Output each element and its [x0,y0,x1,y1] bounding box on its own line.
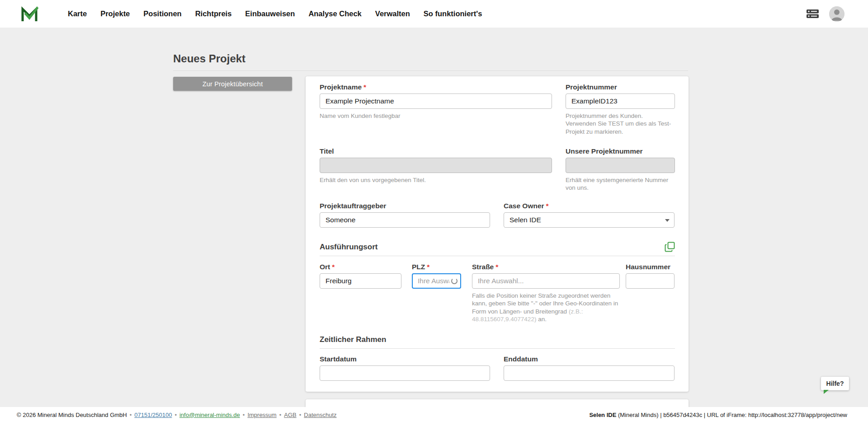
unsere-projektnummer-label: Unsere Projektnummer [566,147,675,155]
nav-item-so-funktionierts[interactable]: So funktioniert's [417,0,489,28]
field-plz: PLZ* [412,262,461,289]
startdatum-label: Startdatum [320,355,490,363]
required-asterisk: * [332,263,335,271]
label-text: Hausnummer [626,263,670,271]
nav-item-projekte[interactable]: Projekte [94,0,137,28]
footer-left: © 2026 Mineral Minds Deutschland GmbH • … [17,412,337,418]
ort-label: Ort* [320,262,401,271]
unsere-projektnummer-hint: Erhält eine systemgenerierte Nummer von … [566,176,675,192]
required-asterisk: * [427,263,429,271]
zeitlicher-rahmen-heading: Zeitlicher Rahmen [320,335,675,344]
footer-session-info: Selen IDE (Mineral Minds) | b56457d4243c… [589,412,847,418]
copy-icon[interactable] [665,242,675,252]
required-asterisk: * [363,83,366,91]
label-text: Enddatum [504,355,538,363]
new-project-form-card: Projektname* Name vom Kunden festlegbar … [306,76,689,392]
label-text: Projektauftraggeber [320,202,386,210]
field-titel: Titel Erhält den von uns vorgegebenen Ti… [320,147,552,184]
projektname-label: Projektname* [320,83,552,91]
hausnummer-input[interactable] [626,273,675,289]
main-content: Neues Projekt Zur Projektübersicht Proje… [0,28,868,407]
impressum-link[interactable]: Impressum [247,412,276,418]
plz-label: PLZ* [412,262,461,271]
nav-item-analyse-check[interactable]: Analyse Check [302,0,368,28]
projektnummer-input[interactable] [566,94,675,109]
email-link[interactable]: info@mineral-minds.de [179,412,240,418]
field-projektname: Projektname* Name vom Kunden festlegbar [320,83,552,120]
footer-session-details: (Mineral Minds) | b56457d4243c | URL of … [616,412,847,418]
help-button-wrap: Hilfe? [821,377,849,390]
field-projektauftraggeber: Projektauftraggeber [320,201,490,228]
help-button[interactable]: Hilfe? [821,377,849,390]
navbar-right-actions [806,6,844,22]
field-case-owner: Case Owner* Selen IDE [504,201,675,228]
strasse-label: Straße* [472,262,620,271]
strasse-hint-suffix: an. [536,316,547,323]
agb-link[interactable]: AGB [284,412,296,418]
footer: © 2026 Mineral Minds Deutschland GmbH • … [0,407,868,426]
projektnummer-label: Projektnummer [566,83,675,91]
field-unsere-projektnummer: Unsere Projektnummer Erhält eine systemg… [566,147,675,192]
chevron-down-icon [665,219,670,222]
project-overview-button[interactable]: Zur Projektübersicht [173,77,292,91]
field-strasse: Straße* Falls die Position keiner Straße… [472,262,620,323]
section-ausfuehrungsort: Ausführungsort [320,243,675,256]
nav-item-verwalten[interactable]: Verwalten [368,0,417,28]
footer-separator: • [243,412,245,418]
app-root: Karte Projekte Positionen Richtpreis Ein… [0,0,868,426]
required-asterisk: * [546,202,549,210]
required-asterisk: * [495,263,498,271]
top-navbar: Karte Projekte Positionen Richtpreis Ein… [0,0,868,28]
footer-separator: • [299,412,302,418]
nav-item-richtpreis[interactable]: Richtpreis [189,0,239,28]
footer-separator: • [175,412,177,418]
datenschutz-link[interactable]: Datenschutz [304,412,336,418]
case-owner-select[interactable]: Selen IDE [504,212,675,228]
server-icon[interactable] [806,9,819,19]
page-title: Neues Projekt [173,52,245,65]
field-startdatum: Startdatum [320,355,490,381]
label-text: Projektnummer [566,83,617,91]
label-text: Straße [472,263,494,271]
title-divider [173,70,688,71]
projektname-input[interactable] [320,94,552,109]
enddatum-label: Enddatum [504,355,675,363]
case-owner-label: Case Owner* [504,201,675,210]
loading-spinner-icon [451,278,458,284]
startdatum-input[interactable] [320,365,490,381]
label-text: Startdatum [320,355,357,363]
strasse-input[interactable] [472,273,620,289]
help-button-tail [824,390,829,394]
copyright-text: © 2026 Mineral Minds Deutschland GmbH [17,412,127,418]
label-text: Ort [320,263,330,271]
case-owner-selected-value: Selen IDE [509,216,541,224]
unsere-projektnummer-input [566,158,675,173]
projektauftraggeber-label: Projektauftraggeber [320,201,490,210]
field-ort: Ort* [320,262,401,289]
label-text: Titel [320,147,334,155]
field-projektnummer: Projektnummer Projektnummer des Kunden. … [566,83,675,136]
titel-input [320,158,552,173]
section-zeitlicher-rahmen: Zeitlicher Rahmen [320,335,675,349]
next-card-partial [306,399,689,407]
mineral-minds-logo-icon[interactable] [20,5,38,23]
projektname-hint: Name vom Kunden festlegbar [320,112,552,120]
phone-link[interactable]: 07151/250100 [134,412,172,418]
label-text: PLZ [412,263,425,271]
projektauftraggeber-input[interactable] [320,212,490,228]
ort-input[interactable] [320,273,401,289]
nav-item-positionen[interactable]: Positionen [137,0,188,28]
ausfuehrungsort-heading: Ausführungsort [320,243,675,252]
nav-item-einbauweisen[interactable]: Einbauweisen [238,0,302,28]
projektnummer-hint: Projektnummer des Kunden. Verwenden Sie … [566,112,675,136]
titel-hint: Erhält den von uns vorgegebenen Titel. [320,176,552,184]
footer-separator: • [130,412,132,418]
enddatum-input[interactable] [504,365,675,381]
plz-input-wrap [412,273,461,289]
user-avatar-icon[interactable] [829,6,844,22]
main-nav: Karte Projekte Positionen Richtpreis Ein… [61,0,489,28]
label-text: Projektname [320,83,362,91]
label-text: Case Owner [504,202,544,210]
nav-item-karte[interactable]: Karte [61,0,94,28]
hausnummer-label: Hausnummer [626,262,675,271]
